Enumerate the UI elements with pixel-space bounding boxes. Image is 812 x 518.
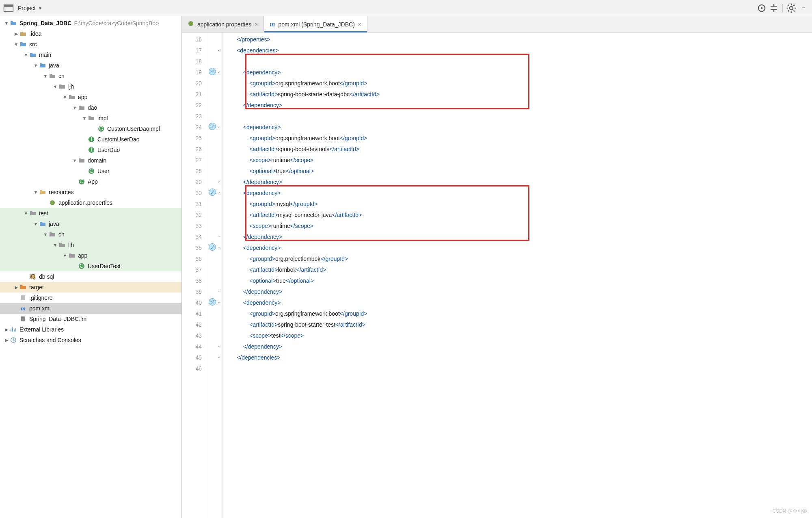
tree-pom[interactable]: mpom.xml: [0, 303, 181, 314]
tree-customuserdao[interactable]: ICustomUserDao: [0, 134, 181, 145]
tree-arrow-icon[interactable]: ▼: [52, 84, 58, 89]
fold-badge[interactable]: o↑: [209, 298, 216, 306]
tree-node-icon: [29, 210, 37, 217]
tree-node-label: impl: [97, 115, 108, 121]
editor-tabs: application.properties×mpom.xml (Spring_…: [182, 16, 812, 33]
fold-caret-icon[interactable]: ⌄: [217, 124, 220, 129]
tree-arrow-icon[interactable]: ▼: [71, 105, 78, 110]
tree-impl[interactable]: ▼impl: [0, 113, 181, 124]
tree-node-label: target: [29, 284, 44, 290]
tree-gitignore[interactable]: .gitignore: [0, 293, 181, 303]
tree-arrow-icon[interactable]: ▼: [42, 232, 49, 237]
fold-badge[interactable]: o↑: [209, 189, 216, 196]
fold-caret-icon[interactable]: ⌄: [217, 343, 220, 348]
tree-appclass[interactable]: CApp: [0, 176, 181, 187]
tree-test-ljh[interactable]: ▼ljh: [0, 240, 181, 250]
tree-arrow-icon[interactable]: ▼: [23, 211, 29, 216]
tree-domain[interactable]: ▼domain: [0, 155, 181, 166]
tree-userdaotest[interactable]: CUserDaoTest: [0, 261, 181, 271]
tree-node-label: db.sql: [39, 273, 54, 280]
tree-arrow-icon[interactable]: ▶: [13, 31, 19, 37]
tree-node-label: application.properties: [58, 199, 112, 206]
fold-caret-icon[interactable]: ⌄: [217, 288, 220, 293]
tree-arrow-icon[interactable]: ▼: [71, 158, 78, 163]
tree-dao[interactable]: ▼dao: [0, 102, 181, 113]
collapse-icon[interactable]: [769, 3, 779, 13]
fold-caret-icon[interactable]: ⌄: [217, 299, 220, 304]
fold-column[interactable]: o↑o↑o↑o↑o↑⌄⌄⌄⌄⌄⌄⌄⌄⌄⌄⌄: [206, 33, 222, 518]
tree-arrow-icon[interactable]: ▶: [3, 338, 10, 343]
fold-badge[interactable]: o↑: [209, 123, 216, 130]
fold-caret-icon[interactable]: ⌄: [217, 178, 220, 184]
hide-icon[interactable]: −: [798, 3, 809, 13]
tree-node-label: CustomUserDaoImpl: [107, 126, 160, 132]
tree-iml[interactable]: Spring_Data_JDBC.iml: [0, 314, 181, 324]
tree-app[interactable]: ▼app: [0, 92, 181, 102]
close-icon[interactable]: ×: [358, 21, 361, 28]
tree-user[interactable]: CUser: [0, 166, 181, 176]
tree-arrow-icon[interactable]: ▼: [23, 52, 29, 57]
editor-tab-1[interactable]: mpom.xml (Spring_Data_JDBC)×: [264, 16, 367, 32]
svg-text:C: C: [80, 263, 84, 269]
fold-badge[interactable]: o↑: [209, 68, 216, 75]
tree-node-icon: [10, 20, 17, 27]
editor-tab-0[interactable]: application.properties×: [182, 16, 264, 32]
fold-caret-icon[interactable]: ⌄: [217, 189, 220, 195]
tree-cn[interactable]: ▼cn: [0, 71, 181, 81]
tree-arrow-icon[interactable]: ▼: [3, 21, 10, 26]
fold-caret-icon[interactable]: ⌄: [217, 233, 220, 238]
tree-customuserdaoimpl[interactable]: CCustomUserDaoImpl: [0, 124, 181, 134]
tree-test-cn[interactable]: ▼cn: [0, 229, 181, 240]
tree-node-icon: [10, 326, 17, 333]
tree-src[interactable]: ▼src: [0, 39, 181, 50]
tree-extlib[interactable]: ▶External Libraries: [0, 324, 181, 335]
tree-target[interactable]: ▶target: [0, 282, 181, 293]
tree-arrow-icon[interactable]: ▼: [52, 243, 58, 247]
code-area[interactable]: </properties> <dependencies> <dependency…: [222, 33, 812, 518]
tree-node-icon: [88, 115, 95, 122]
tree-main[interactable]: ▼main: [0, 50, 181, 60]
tree-node-icon: [19, 30, 27, 37]
tree-arrow-icon[interactable]: ▼: [62, 253, 68, 258]
tree-userdao[interactable]: IUserDao: [0, 145, 181, 155]
tree-arrow-icon[interactable]: ▼: [32, 221, 39, 226]
fold-caret-icon[interactable]: ⌄: [217, 69, 220, 74]
tree-scratches[interactable]: ▶Scratches and Consoles: [0, 335, 181, 345]
tree-appprops[interactable]: application.properties: [0, 197, 181, 208]
fold-caret-icon[interactable]: ⌄: [217, 47, 220, 52]
project-tree[interactable]: ▼Spring_Data_JDBCF:\myCode\crazyCode\Spr…: [0, 16, 182, 518]
close-icon[interactable]: ×: [255, 21, 258, 28]
gear-icon[interactable]: [786, 3, 797, 13]
tree-arrow-icon[interactable]: ▼: [42, 74, 49, 78]
tree-resources[interactable]: ▼resources: [0, 187, 181, 197]
tree-idea[interactable]: ▶.idea: [0, 28, 181, 39]
tree-arrow-icon[interactable]: ▼: [81, 116, 88, 121]
tree-test-app[interactable]: ▼app: [0, 250, 181, 261]
tree-arrow-icon[interactable]: ▼: [13, 42, 19, 47]
tree-arrow-icon[interactable]: ▼: [32, 63, 39, 68]
tree-arrow-icon[interactable]: ▶: [3, 327, 10, 332]
project-view-icon[interactable]: [3, 3, 14, 13]
tree-test[interactable]: ▼test: [0, 208, 181, 219]
tree-node-label: UserDaoTest: [88, 263, 121, 269]
fold-badge[interactable]: o↑: [209, 243, 216, 251]
svg-rect-20: [21, 295, 25, 300]
tree-arrow-icon[interactable]: ▶: [13, 285, 19, 290]
tree-node-icon: C: [88, 167, 95, 175]
fold-caret-icon[interactable]: ⌄: [217, 244, 220, 249]
tree-dbsql[interactable]: SQLdb.sql: [0, 271, 181, 282]
tree-node-icon: C: [97, 125, 105, 132]
tree-ljh[interactable]: ▼ljh: [0, 81, 181, 92]
tree-node-label: cn: [58, 231, 65, 238]
tree-root[interactable]: ▼Spring_Data_JDBCF:\myCode\crazyCode\Spr…: [0, 18, 181, 28]
tree-java[interactable]: ▼java: [0, 60, 181, 71]
tree-node-label: app: [78, 252, 87, 259]
tree-arrow-icon[interactable]: ▼: [62, 95, 68, 100]
tree-test-java[interactable]: ▼java: [0, 219, 181, 229]
locate-icon[interactable]: [756, 3, 767, 13]
tree-node-label: ljh: [68, 83, 74, 90]
editor[interactable]: 1617181920212223242526272829303132333435…: [182, 33, 812, 518]
fold-caret-icon[interactable]: ⌄: [217, 354, 220, 359]
project-selector[interactable]: Project ▼: [15, 4, 45, 12]
tree-arrow-icon[interactable]: ▼: [32, 190, 39, 195]
